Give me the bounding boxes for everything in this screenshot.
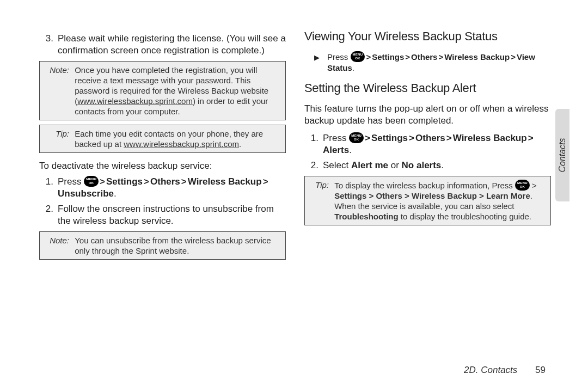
list-text: Press MENUOK > Settings > Others > Wirel…: [58, 176, 286, 200]
note-label: Note:: [45, 235, 72, 246]
list-text: Follow the onscreen instructions to unsu…: [58, 203, 286, 227]
side-tab: Contacts: [555, 109, 569, 201]
side-tab-label: Contacts: [558, 138, 567, 172]
list-text: Select Alert me or No alerts.: [323, 160, 551, 171]
footer-page-number: 59: [535, 365, 546, 375]
triangle-bullet-icon: ▶: [314, 51, 327, 74]
note-box: Note: You can unsubscribe from the wirel…: [39, 231, 286, 260]
subheading: To deactivate the wireless backup servic…: [39, 161, 286, 171]
tip-label: Tip:: [310, 180, 332, 190]
bullet-item: ▶ Press MENUOK > Settings > Others > Wir…: [314, 51, 551, 74]
menu-ok-key-icon: MENUOK: [349, 132, 364, 143]
list-number: 2.: [39, 203, 58, 227]
list-item: 1. Press MENUOK > Settings > Others > Wi…: [304, 132, 551, 156]
list-number: 1.: [304, 132, 323, 156]
page-body: 3. Please wait while registering the lic…: [39, 29, 551, 264]
tip-box: Tip: Each time you edit contacts on your…: [39, 125, 286, 153]
note-text: Once you have completed the registration…: [75, 65, 276, 117]
note-box: Note: Once you have completed the regist…: [39, 61, 286, 120]
tip-text: Each time you edit contacts on your phon…: [75, 128, 276, 149]
list-number: 1.: [39, 176, 58, 200]
section-heading: Setting the Wireless Backup Alert: [304, 81, 551, 95]
tip-text: To display the wireless backup informati…: [334, 180, 541, 222]
bullet-text: Press MENUOK > Settings > Others > Wirel…: [327, 51, 551, 74]
url-text: www.wirelessbackup.sprint.com: [77, 96, 193, 106]
list-number: 2.: [304, 160, 323, 171]
list-text: Press MENUOK > Settings > Others > Wirel…: [323, 132, 551, 156]
tip-box: Tip: To display the wireless backup info…: [304, 176, 551, 225]
list-item: 3. Please wait while registering the lic…: [39, 33, 286, 57]
url-text: www.wirelessbackup.sprint.com: [124, 139, 239, 149]
note-label: Note:: [45, 65, 72, 75]
list-text: Please wait while registering the licens…: [58, 33, 286, 57]
paragraph: This feature turns the pop-up alert on o…: [304, 103, 551, 127]
list-item: 2. Follow the onscreen instructions to u…: [39, 203, 286, 227]
page-footer: 2D. Contacts 59: [464, 365, 546, 376]
tip-label: Tip:: [45, 128, 72, 139]
right-column: Viewing Your Wireless Backup Status ▶ Pr…: [304, 29, 551, 264]
list-number: 3.: [39, 33, 58, 57]
menu-ok-key-icon: MENUOK: [84, 176, 99, 187]
section-heading: Viewing Your Wireless Backup Status: [304, 29, 551, 44]
list-item: 2. Select Alert me or No alerts.: [304, 160, 551, 171]
left-column: 3. Please wait while registering the lic…: [39, 29, 286, 264]
list-item: 1. Press MENUOK > Settings > Others > Wi…: [39, 176, 286, 200]
menu-ok-key-icon: MENUOK: [515, 180, 530, 191]
note-text: You can unsubscribe from the wireless ba…: [75, 235, 276, 256]
menu-ok-key-icon: MENUOK: [351, 51, 365, 62]
footer-section: 2D. Contacts: [464, 365, 532, 375]
